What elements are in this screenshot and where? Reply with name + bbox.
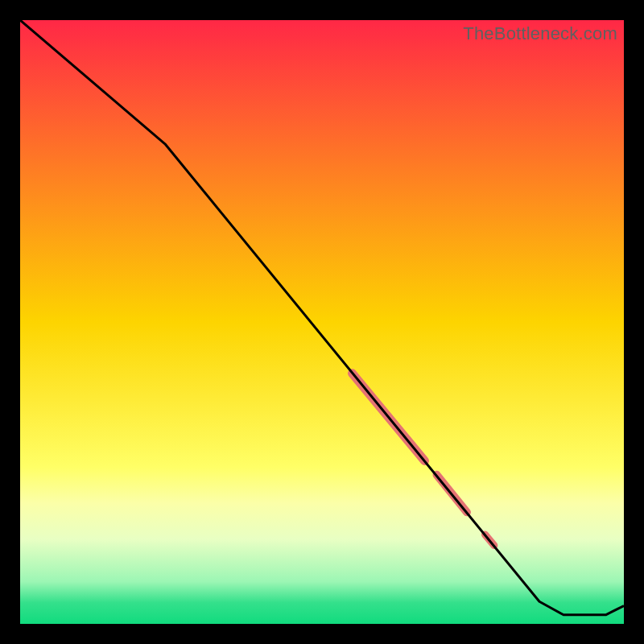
gradient-background bbox=[20, 20, 624, 624]
plot-area: TheBottleneck.com bbox=[20, 20, 624, 624]
chart-frame: TheBottleneck.com bbox=[0, 0, 644, 644]
chart-svg bbox=[20, 20, 624, 624]
watermark-text: TheBottleneck.com bbox=[463, 23, 617, 44]
